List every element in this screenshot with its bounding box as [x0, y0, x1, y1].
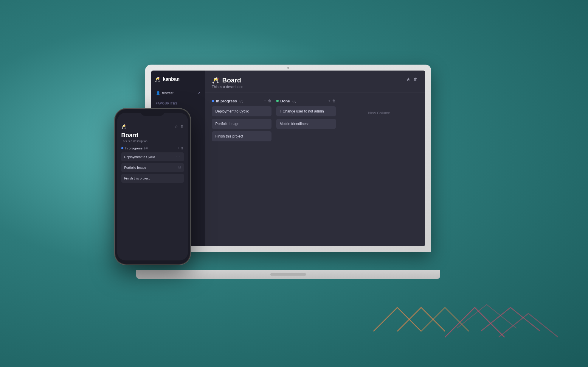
- phone-add-button[interactable]: +: [178, 146, 180, 150]
- add-card-button[interactable]: +: [264, 99, 266, 103]
- phone-board-icon: 🥂: [121, 124, 126, 129]
- phone-card-action-portfolio: M: [178, 166, 181, 169]
- new-column-button[interactable]: New Column: [368, 111, 390, 115]
- trash-button[interactable]: 🗑: [413, 76, 418, 82]
- phone-star-button[interactable]: ☆: [175, 124, 178, 129]
- sidebar-logo-icon: 🥂: [155, 76, 161, 82]
- scene: 🥂 kanban 👤 testtest ↗ FAVOURITES: [115, 50, 473, 318]
- sidebar-logo: 🥂 kanban: [155, 75, 201, 83]
- column-in-progress-header: In progress (3) + 🗑: [212, 99, 271, 103]
- column-done-title: Done: [280, 99, 290, 103]
- phone-screen: 🥂 ☆ 🗑 Board This is a description In pro…: [117, 113, 188, 260]
- phone-content: 🥂 ☆ 🗑 Board This is a description In pro…: [117, 121, 188, 260]
- board-icon: 🥂: [212, 77, 219, 84]
- sidebar-favourites-label: FAVOURITES: [155, 101, 201, 106]
- column-in-progress: In progress (3) + 🗑 Deployment to Cyclic…: [212, 99, 271, 240]
- board-title-row: 🥂 Board: [212, 76, 243, 84]
- phone-card-text-finish: Finish this project: [124, 177, 150, 180]
- phone-col-title: In progress: [125, 146, 143, 150]
- column-in-progress-count: (3): [239, 99, 243, 103]
- main-content: 🥂 Board This is a description ★ 🗑: [205, 71, 425, 246]
- column-dot-green: [276, 100, 279, 102]
- phone-notch: [141, 109, 165, 116]
- phone-card-text-portfolio: Portfolio Image: [124, 166, 146, 169]
- phone-header-actions: ☆ 🗑: [175, 124, 184, 129]
- column-dot-blue: [212, 100, 214, 102]
- main-header: 🥂 Board This is a description ★ 🗑: [205, 71, 425, 93]
- phone-body: 🥂 ☆ 🗑 Board This is a description In pro…: [115, 109, 190, 264]
- card-change-user[interactable]: !! Change user to not admin: [276, 106, 336, 116]
- kanban-app: 🥂 kanban 👤 testtest ↗ FAVOURITES: [151, 71, 425, 246]
- card-mobile[interactable]: Mobile friendliness: [276, 119, 336, 129]
- laptop-camera: [287, 67, 289, 69]
- sidebar-logo-text: kanban: [163, 76, 180, 82]
- phone-board-desc: This is a description: [121, 140, 184, 143]
- laptop-base: [136, 270, 440, 279]
- phone-card-deployment[interactable]: Deployment to Cyclic ⋮⋮: [121, 152, 184, 161]
- column-done-count: (2): [292, 99, 296, 103]
- phone-board-title: Board: [121, 132, 184, 139]
- header-actions: ★ 🗑: [406, 76, 418, 82]
- delete-column-button[interactable]: 🗑: [268, 99, 271, 103]
- delete-done-column-button[interactable]: 🗑: [332, 99, 336, 103]
- user-icon: 👤: [156, 91, 160, 95]
- sidebar-user[interactable]: 👤 testtest ↗: [155, 89, 201, 97]
- phone-card-action-deployment: ⋮⋮: [175, 155, 181, 158]
- board-description: This is a description: [212, 85, 243, 89]
- column-done-header: Done (2) + 🗑: [276, 99, 336, 103]
- phone: 🥂 ☆ 🗑 Board This is a description In pro…: [115, 109, 190, 264]
- column-done: Done (2) + 🗑 !! Change user to not admin…: [276, 99, 336, 240]
- phone-column-header: In progress (3) + 🗑: [121, 146, 184, 150]
- sidebar-user-arrow-icon: ↗: [198, 91, 200, 95]
- phone-col-dot: [121, 147, 123, 149]
- board-title: Board: [222, 76, 241, 84]
- column-in-progress-title: In progress: [216, 99, 237, 103]
- phone-card-finish[interactable]: Finish this project: [121, 174, 184, 183]
- card-portfolio[interactable]: Portfolio Image: [212, 119, 271, 129]
- new-column-area: New Column: [341, 99, 418, 240]
- kanban-board: In progress (3) + 🗑 Deployment to Cyclic…: [205, 93, 425, 246]
- column-done-actions: + 🗑: [328, 99, 336, 103]
- phone-trash-button[interactable]: 🗑: [180, 124, 184, 129]
- card-deployment[interactable]: Deployment to Cyclic: [212, 106, 271, 116]
- card-finish[interactable]: Finish this project: [212, 131, 271, 141]
- phone-header: 🥂 ☆ 🗑: [121, 124, 184, 129]
- laptop-screen: 🥂 kanban 👤 testtest ↗ FAVOURITES: [151, 71, 425, 246]
- phone-delete-button[interactable]: 🗑: [181, 146, 184, 150]
- phone-col-actions: + 🗑: [178, 146, 184, 150]
- phone-col-count: (3): [144, 146, 148, 150]
- phone-card-portfolio[interactable]: Portfolio Image M: [121, 163, 184, 172]
- sidebar-username: testtest: [162, 91, 174, 95]
- column-in-progress-actions: + 🗑: [264, 99, 271, 103]
- phone-card-text-deployment: Deployment to Cyclic: [124, 155, 155, 159]
- add-done-card-button[interactable]: +: [328, 99, 330, 103]
- star-button[interactable]: ★: [406, 76, 410, 82]
- header-left: 🥂 Board This is a description: [212, 76, 243, 89]
